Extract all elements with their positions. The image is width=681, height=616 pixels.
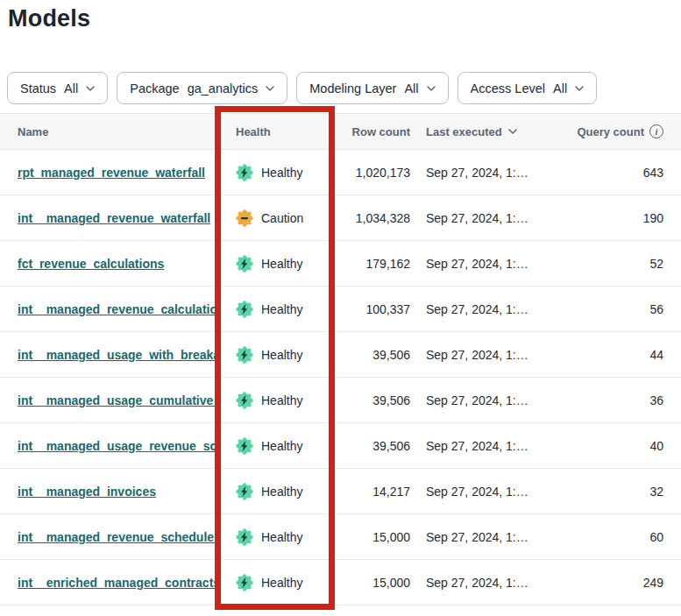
table-row: int__managed_invoices (0, 469, 681, 514)
header-last-executed-label: Last executed (426, 125, 502, 138)
model-name-link[interactable]: rpt_managed_revenue_waterfall (18, 166, 205, 180)
model-name-link[interactable]: fct_revenue_calculations (18, 257, 164, 271)
health-badge (236, 392, 253, 409)
table-row: int__managed_revenue_waterfall (0, 195, 681, 241)
table-row: int__managed_usage_with_breaka… (0, 332, 681, 378)
health-label: Healthy (261, 576, 302, 590)
health-badge (236, 528, 253, 546)
table-row: int__managed_usage_revenue_sc… (0, 423, 681, 469)
sort-chevron-down-icon (508, 129, 517, 134)
last-executed-value: Sep 27, 2024, 1:… (410, 530, 533, 544)
model-name-link[interactable]: int__enriched_managed_contracts (18, 576, 216, 590)
row-count-value: 1,034,328 (337, 211, 410, 225)
filter-value: All (404, 81, 418, 96)
query-count-value: 40 (533, 439, 681, 453)
header-last-executed[interactable]: Last executed (410, 125, 533, 138)
health-label: Caution (261, 211, 303, 225)
last-executed-value: Sep 27, 2024, 1:… (410, 302, 533, 316)
last-executed-value: Sep 27, 2024, 1:… (410, 576, 533, 590)
last-executed-value: Sep 27, 2024, 1:… (410, 393, 533, 407)
filter-label: Status (20, 81, 56, 96)
row-count-value: 39,506 (337, 439, 410, 453)
filter-bar: Status All Package ga_analytics Modeling… (7, 72, 597, 104)
models-table: Name Health Row count Last executed Quer… (0, 113, 681, 605)
health-badge (236, 574, 253, 591)
query-count-value: 249 (533, 576, 681, 590)
table-row: int__managed_revenue_schedule_… (0, 514, 681, 560)
filter-dropdown[interactable]: Modeling Layer All (296, 72, 448, 104)
health-status-icon (236, 483, 253, 500)
table-row: int__managed_usage_cumulative_… (0, 378, 681, 423)
model-name-link[interactable]: int__managed_revenue_schedule_… (18, 530, 216, 544)
filter-label: Package (130, 81, 179, 96)
page-title: Models (8, 5, 90, 32)
query-count-value: 56 (533, 302, 681, 316)
health-label: Healthy (261, 257, 302, 271)
health-status-icon (236, 301, 253, 318)
query-count-value: 60 (533, 530, 681, 544)
table-row: fct_revenue_calculations (0, 241, 681, 287)
health-label: Healthy (261, 302, 302, 316)
query-count-value: 32 (533, 485, 681, 499)
health-status-icon (236, 209, 253, 227)
health-status-icon (236, 574, 253, 591)
filter-dropdown[interactable]: Status All (7, 72, 108, 104)
filter-label: Modeling Layer (309, 81, 396, 96)
health-label: Healthy (261, 485, 302, 499)
health-badge (236, 209, 253, 227)
health-label: Healthy (261, 393, 302, 407)
info-icon[interactable]: i (649, 124, 663, 138)
health-label: Healthy (261, 439, 302, 453)
header-query-count-label: Query count (577, 125, 644, 138)
chevron-down-icon (427, 86, 436, 91)
model-name-link[interactable]: int__managed_usage_cumulative_… (18, 393, 216, 407)
dash-icon (241, 216, 248, 218)
health-status-icon (236, 346, 253, 364)
header-query-count: Query count i (533, 124, 681, 138)
table-header-row: Name Health Row count Last executed Quer… (0, 113, 681, 150)
model-name-link[interactable]: int__managed_usage_revenue_sc… (18, 439, 216, 453)
last-executed-value: Sep 27, 2024, 1:… (410, 211, 533, 225)
last-executed-value: Sep 27, 2024, 1:… (410, 348, 533, 362)
query-count-value: 36 (533, 393, 681, 407)
table-row: int__enriched_managed_contracts (0, 560, 681, 605)
query-count-value: 44 (533, 348, 681, 362)
health-badge (236, 255, 253, 273)
row-count-value: 15,000 (337, 530, 410, 544)
model-name-link[interactable]: int__managed_revenue_calculations (18, 302, 216, 316)
table-body: rpt_managed_revenue_waterfall (0, 150, 681, 605)
health-badge (236, 346, 253, 364)
models-page: Models Status All Package ga_analytics M… (0, 0, 681, 616)
health-label: Healthy (261, 530, 302, 544)
health-status-icon (236, 164, 253, 181)
model-name-link[interactable]: int__managed_invoices (18, 485, 156, 499)
row-count-value: 1,020,173 (337, 166, 410, 180)
filter-dropdown[interactable]: Access Level All (458, 72, 598, 104)
last-executed-value: Sep 27, 2024, 1:… (410, 485, 533, 499)
last-executed-value: Sep 27, 2024, 1:… (410, 257, 533, 271)
health-label: Healthy (261, 348, 302, 362)
filter-label: Access Level (471, 81, 545, 96)
chevron-down-icon (575, 86, 584, 91)
model-name-link[interactable]: int__managed_usage_with_breaka… (18, 348, 216, 362)
query-count-value: 52 (533, 257, 681, 271)
header-name: Name (0, 125, 216, 138)
health-badge (236, 437, 253, 455)
last-executed-value: Sep 27, 2024, 1:… (410, 166, 533, 180)
last-executed-value: Sep 27, 2024, 1:… (410, 439, 533, 453)
model-name-link[interactable]: int__managed_revenue_waterfall (18, 211, 210, 225)
table-row: int__managed_revenue_calculations (0, 287, 681, 332)
filter-value: All (64, 81, 78, 96)
health-status-icon (236, 437, 253, 455)
row-count-value: 15,000 (337, 576, 410, 590)
header-row-count: Row count (337, 125, 410, 138)
filter-dropdown[interactable]: Package ga_analytics (117, 72, 287, 104)
row-count-value: 100,337 (337, 302, 410, 316)
health-badge (236, 483, 253, 500)
query-count-value: 190 (533, 211, 681, 225)
row-count-value: 39,506 (337, 348, 410, 362)
filter-value: All (553, 81, 567, 96)
filter-value: ga_analytics (188, 81, 259, 96)
row-count-value: 14,217 (337, 485, 410, 499)
row-count-value: 39,506 (337, 393, 410, 407)
